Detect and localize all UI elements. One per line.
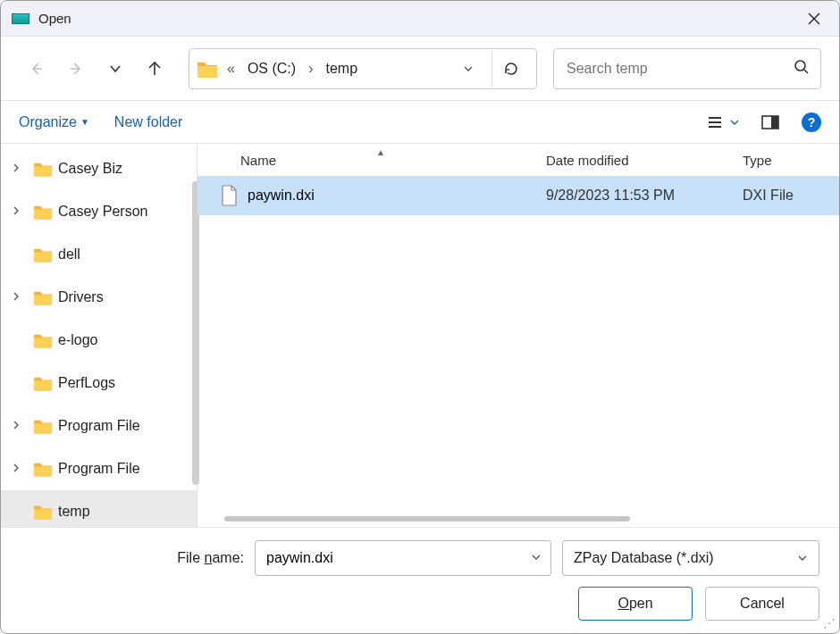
tree-item-program-file[interactable]: Program File bbox=[1, 405, 197, 447]
nav-bar: « OS (C:) › temp bbox=[1, 37, 839, 101]
arrow-right-icon bbox=[68, 61, 84, 77]
up-button[interactable] bbox=[137, 51, 172, 87]
horizontal-scrollbar[interactable] bbox=[224, 516, 821, 521]
folder-icon bbox=[197, 60, 218, 78]
new-folder-label: New folder bbox=[114, 114, 182, 130]
footer: File name: ZPay Database (*.dxi) Open Ca… bbox=[1, 527, 839, 633]
close-icon bbox=[808, 13, 820, 25]
folder-tree[interactable]: Casey BizCasey PersondellDriverse-logoPe… bbox=[1, 144, 197, 527]
breadcrumb-overflow-icon[interactable]: « bbox=[223, 61, 239, 77]
file-name-dropdown[interactable] bbox=[531, 550, 542, 566]
column-name-header[interactable]: Name ▲ bbox=[197, 153, 546, 168]
address-bar[interactable]: « OS (C:) › temp bbox=[189, 48, 537, 89]
app-icon bbox=[12, 13, 29, 24]
tree-item-casey-biz[interactable]: Casey Biz bbox=[1, 147, 197, 190]
tree-item-perflogs[interactable]: PerfLogs bbox=[1, 362, 197, 405]
tree-item-label: Program File bbox=[58, 418, 140, 434]
main-area: Casey BizCasey PersondellDriverse-logoPe… bbox=[1, 144, 839, 527]
address-dropdown-button[interactable] bbox=[456, 56, 481, 81]
file-name: paywin.dxi bbox=[248, 188, 546, 204]
folder-icon bbox=[33, 204, 53, 220]
toolbar: Organize ▼ New folder ? bbox=[1, 101, 839, 144]
svg-rect-11 bbox=[771, 116, 778, 129]
tree-item-temp[interactable]: temp bbox=[1, 490, 197, 527]
column-name-label: Name bbox=[240, 153, 276, 168]
expand-chevron-icon[interactable] bbox=[12, 163, 21, 174]
tree-item-label: Program File bbox=[58, 461, 140, 477]
resize-grip[interactable]: ⋰ bbox=[823, 617, 836, 630]
expand-chevron-icon[interactable] bbox=[12, 292, 21, 303]
back-button[interactable] bbox=[19, 51, 55, 87]
file-type: DXI File bbox=[743, 188, 839, 204]
tree-item-casey-person[interactable]: Casey Person bbox=[1, 190, 197, 233]
tree-item-program-file[interactable]: Program File bbox=[1, 447, 197, 490]
preview-pane-icon bbox=[761, 115, 779, 129]
chevron-down-icon bbox=[531, 552, 542, 563]
tree-item-e-logo[interactable]: e-logo bbox=[1, 319, 197, 362]
help-button[interactable]: ? bbox=[802, 113, 821, 132]
tree-item-label: Casey Biz bbox=[58, 161, 122, 177]
cancel-label: Cancel bbox=[740, 596, 785, 612]
folder-icon bbox=[33, 504, 53, 520]
expand-chevron-icon[interactable] bbox=[12, 421, 21, 431]
column-type-label: Type bbox=[743, 153, 772, 168]
svg-line-6 bbox=[804, 70, 808, 73]
tree-item-label: Casey Person bbox=[58, 204, 148, 220]
search-icon[interactable] bbox=[794, 59, 810, 79]
svg-point-5 bbox=[795, 61, 805, 71]
file-type-filter-label: ZPay Database (*.dxi) bbox=[574, 550, 714, 566]
preview-pane-button[interactable] bbox=[757, 109, 784, 136]
folder-icon bbox=[33, 246, 53, 263]
open-button[interactable]: Open bbox=[578, 587, 693, 621]
help-icon: ? bbox=[808, 115, 816, 129]
refresh-icon bbox=[503, 61, 519, 77]
open-dialog: Open « OS (C:) › temp bbox=[0, 0, 840, 634]
file-name-input[interactable] bbox=[265, 549, 531, 567]
new-folder-button[interactable]: New folder bbox=[114, 114, 182, 130]
breadcrumb-current[interactable]: temp bbox=[322, 61, 361, 77]
column-date-header[interactable]: Date modified bbox=[546, 153, 743, 168]
list-icon bbox=[707, 115, 723, 129]
cancel-button[interactable]: Cancel bbox=[705, 587, 819, 621]
search-box[interactable] bbox=[553, 48, 821, 89]
file-name-label: File name: bbox=[21, 550, 244, 566]
search-input[interactable] bbox=[565, 60, 794, 78]
expand-chevron-icon[interactable] bbox=[12, 206, 21, 217]
tree-item-label: dell bbox=[58, 246, 80, 263]
folder-icon bbox=[33, 289, 53, 305]
breadcrumb-drive[interactable]: OS (C:) bbox=[244, 61, 299, 77]
file-list-pane: Name ▲ Date modified Type paywin.dxi9/28… bbox=[197, 144, 839, 527]
folder-icon bbox=[33, 332, 53, 348]
view-mode-button[interactable] bbox=[707, 109, 739, 136]
column-headers: Name ▲ Date modified Type bbox=[197, 144, 839, 176]
file-type-filter[interactable]: ZPay Database (*.dxi) bbox=[562, 540, 819, 576]
chevron-down-icon bbox=[730, 118, 739, 127]
file-row[interactable]: paywin.dxi9/28/2023 11:53 PMDXI File bbox=[197, 176, 839, 215]
folder-icon bbox=[33, 375, 53, 391]
tree-item-label: PerfLogs bbox=[58, 375, 115, 391]
tree-item-label: Drivers bbox=[58, 289, 104, 305]
tree-item-drivers[interactable]: Drivers bbox=[1, 276, 197, 319]
recent-locations-button[interactable] bbox=[97, 51, 133, 87]
organize-button[interactable]: Organize ▼ bbox=[19, 114, 89, 130]
file-icon bbox=[221, 185, 239, 206]
dialog-title: Open bbox=[38, 11, 71, 26]
titlebar: Open bbox=[1, 1, 839, 37]
scrollbar-thumb[interactable] bbox=[224, 516, 630, 521]
column-date-label: Date modified bbox=[546, 153, 629, 168]
chevron-down-icon bbox=[109, 63, 122, 75]
folder-icon bbox=[33, 161, 53, 177]
folder-icon bbox=[33, 418, 53, 434]
forward-button[interactable] bbox=[58, 51, 94, 87]
expand-chevron-icon[interactable] bbox=[12, 463, 21, 474]
chevron-down-icon bbox=[797, 553, 808, 563]
tree-item-dell[interactable]: dell bbox=[1, 233, 197, 276]
chevron-right-icon: › bbox=[305, 61, 316, 77]
chevron-down-icon bbox=[463, 63, 474, 74]
refresh-button[interactable] bbox=[491, 50, 529, 88]
column-type-header[interactable]: Type bbox=[743, 153, 839, 168]
sort-asc-icon: ▲ bbox=[376, 147, 385, 157]
chevron-down-icon: ▼ bbox=[80, 117, 89, 127]
close-button[interactable] bbox=[794, 3, 834, 35]
file-name-combo[interactable] bbox=[255, 540, 551, 576]
